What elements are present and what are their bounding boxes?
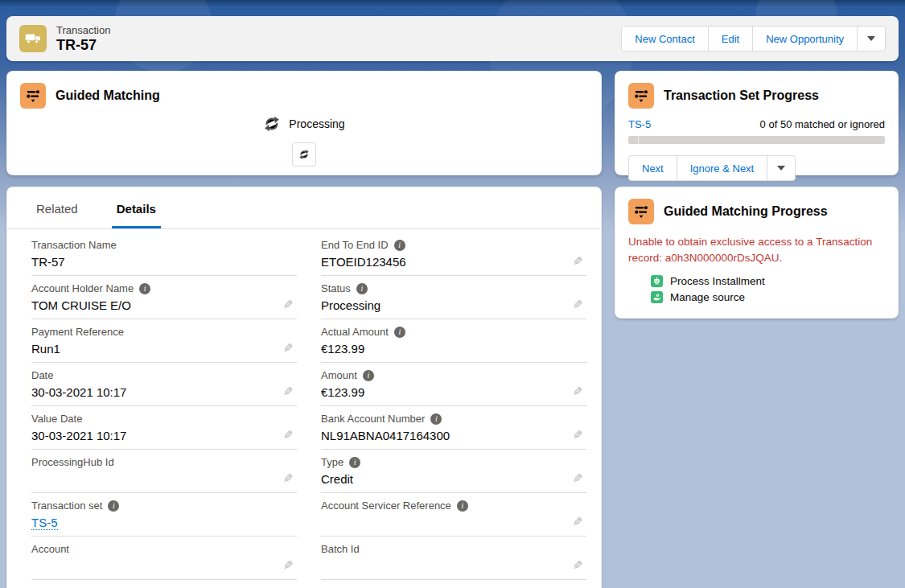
guided-matching-progress-card: Guided Matching Progress Unable to obtai… <box>615 187 899 319</box>
detail-fields-right-column: End To End ID i ETOEID123456 ✎ Status i … <box>321 232 586 588</box>
new-contact-button[interactable]: New Contact <box>621 26 708 51</box>
edit-pencil-icon[interactable]: ✎ <box>283 342 294 354</box>
edit-pencil-icon[interactable]: ✎ <box>283 298 294 310</box>
field-label: End To End ID i <box>321 239 586 251</box>
detail-field-row: Payment Reference i Run1 ✎ <box>31 319 297 363</box>
edit-pencil-icon[interactable]: ✎ <box>573 516 583 528</box>
info-icon[interactable]: i <box>108 500 119 512</box>
edit-pencil-icon[interactable]: ✎ <box>573 472 583 484</box>
guided-matching-progress-title: Guided Matching Progress <box>664 204 828 219</box>
processing-status-text: Processing <box>289 117 344 130</box>
detail-field-row: Account Holder Name i TOM CRUISE E/O ✎ <box>31 276 297 319</box>
info-icon[interactable]: i <box>139 283 150 294</box>
edit-pencil-icon[interactable]: ✎ <box>573 559 583 571</box>
record-actions: New Contact Edit New Opportunity <box>621 26 886 51</box>
field-label: ProcessingHub Id i <box>31 456 297 468</box>
field-label: Transaction set i <box>31 500 297 512</box>
guided-matching-icon <box>20 83 46 109</box>
transaction-set-progress-title: Transaction Set Progress <box>664 88 819 103</box>
field-label: Date i <box>31 369 297 381</box>
info-icon[interactable]: i <box>363 370 374 381</box>
detail-field-row: Guided Matching Job Id i 7073N00000tuiSp… <box>321 580 586 588</box>
record-type-label: Transaction <box>56 24 110 36</box>
edit-pencil-icon[interactable]: ✎ <box>573 429 583 441</box>
manage-source-icon <box>651 291 663 303</box>
field-value: 30-03-2021 10:17 <box>31 429 297 445</box>
sync-icon <box>263 115 281 133</box>
guided-matching-progress-icon <box>628 199 654 224</box>
ignore-and-next-button[interactable]: Ignore & Next <box>677 155 768 181</box>
tab-related[interactable]: Related <box>31 187 83 228</box>
record-detail-card: Related Details Transaction Name i TR-57… <box>6 187 602 588</box>
field-label: Account Servicer Reference i <box>321 500 586 512</box>
field-value: TOM CRUISE E/O <box>31 298 297 315</box>
info-icon[interactable]: i <box>349 457 360 468</box>
field-value <box>31 559 297 575</box>
edit-button[interactable]: Edit <box>708 26 753 51</box>
field-value: 30-03-2021 10:17 <box>31 385 297 401</box>
record-header: Transaction TR-57 New Contact Edit New O… <box>6 16 899 61</box>
info-icon[interactable]: i <box>394 327 405 338</box>
guided-matching-step: Process Installment <box>651 275 885 287</box>
detail-field-row: Batch Id i ✎ <box>321 537 586 580</box>
guided-matching-steps: Process Installment Manage source <box>651 275 885 303</box>
detail-field-row: Bank Account Number i NL91ABNA0417164300… <box>321 406 586 450</box>
guided-matching-card: Guided Matching Processing <box>6 71 602 175</box>
field-value: TS-5 <box>31 516 297 532</box>
transaction-set-link[interactable]: TS-5 <box>628 118 651 130</box>
detail-field-row: Account Servicer Reference i ✎ <box>321 493 586 537</box>
tab-details[interactable]: Details <box>112 187 161 228</box>
detail-field-row: Transaction set i TS-5 ✎ <box>31 493 297 537</box>
detail-field-row: ProcessingHub Id i ✎ <box>31 450 297 493</box>
info-icon[interactable]: i <box>457 500 468 512</box>
field-value <box>321 559 586 575</box>
field-value-link[interactable]: TS-5 <box>31 516 58 530</box>
chevron-down-icon <box>867 36 875 41</box>
edit-pencil-icon[interactable]: ✎ <box>283 429 294 441</box>
field-label: Value Date i <box>31 413 297 425</box>
guided-matching-title: Guided Matching <box>56 88 160 103</box>
detail-fields-left-column: Transaction Name i TR-57 ✎ Account Holde… <box>31 232 297 588</box>
field-label: Bank Account Number i <box>321 413 586 425</box>
progress-bar <box>628 136 885 144</box>
field-value: NL91ABNA0417164300 <box>321 429 586 445</box>
field-value: TR-57 <box>31 255 297 271</box>
field-label: Transaction Name i <box>31 239 297 251</box>
field-label: Amount i <box>321 369 586 381</box>
info-icon[interactable]: i <box>356 283 368 294</box>
field-label: Account i <box>31 543 297 555</box>
edit-pencil-icon[interactable]: ✎ <box>573 255 583 267</box>
detail-field-row: End To End ID i ETOEID123456 ✎ <box>321 232 586 276</box>
page-title: TR-57 <box>56 37 110 54</box>
edit-pencil-icon[interactable]: ✎ <box>283 559 294 571</box>
info-icon[interactable]: i <box>430 413 442 425</box>
detail-field-row: Contact i ✎ <box>31 580 297 588</box>
guided-matching-step: Manage source <box>651 291 885 303</box>
info-icon[interactable]: i <box>394 240 405 251</box>
field-label: Account Holder Name i <box>31 282 297 294</box>
process-installment-icon <box>651 275 663 287</box>
edit-pencil-icon[interactable]: ✎ <box>283 472 294 484</box>
detail-field-row: Amount i €123.99 ✎ <box>321 363 586 406</box>
field-label: Type i <box>321 456 586 468</box>
edit-pencil-icon[interactable]: ✎ <box>573 298 583 310</box>
field-label: Actual Amount i <box>321 326 586 338</box>
refresh-button[interactable] <box>292 142 316 167</box>
error-message: Unable to obtain exclusive access to a T… <box>628 234 885 265</box>
sync-icon <box>298 149 310 160</box>
transaction-set-progress-icon <box>628 83 654 109</box>
field-value: Run1 <box>31 342 297 358</box>
edit-pencil-icon[interactable]: ✎ <box>573 385 583 397</box>
more-actions-button[interactable] <box>857 26 886 51</box>
more-progress-actions-button[interactable] <box>767 155 796 181</box>
next-button[interactable]: Next <box>628 155 677 181</box>
field-label: Status i <box>321 282 586 294</box>
field-value: Processing <box>321 298 586 315</box>
new-opportunity-button[interactable]: New Opportunity <box>752 26 858 51</box>
field-value <box>321 516 586 532</box>
field-label: Payment Reference i <box>31 326 297 338</box>
detail-field-row: Account i ✎ <box>31 537 297 580</box>
step-label: Process Installment <box>670 275 765 287</box>
field-value: Credit <box>321 472 586 488</box>
edit-pencil-icon[interactable]: ✎ <box>283 385 294 397</box>
